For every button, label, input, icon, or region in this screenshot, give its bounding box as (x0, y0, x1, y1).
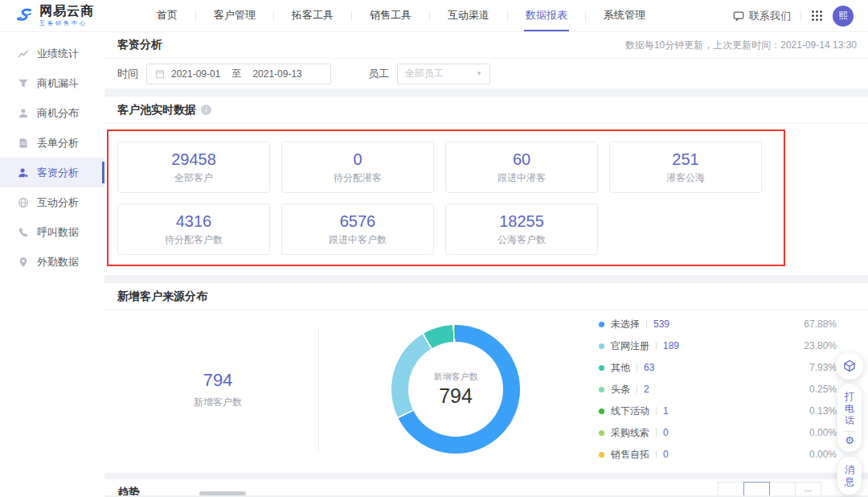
stat-card: 0待分配潜客 (281, 142, 434, 193)
page-header: 客资分析 数据每10分钟更新，上次更新时间：2021-09-14 13:30 (104, 32, 868, 59)
source-section-header: 新增客户来源分布 (104, 283, 868, 310)
employee-select[interactable]: 全部员工 ▼ (397, 64, 490, 84)
date-range-input[interactable]: 2021-09-01 至 2021-09-13 (146, 64, 331, 84)
customer-pool-title: 客户池实时数据 (117, 103, 196, 117)
stat-value: 0 (353, 150, 362, 169)
divider (637, 364, 637, 372)
sidebar-item-label: 丢单分析 (37, 136, 79, 150)
sidebar-item-label: 互动分析 (37, 195, 79, 210)
divider (800, 11, 801, 21)
update-note: 数据每10分钟更新，上次更新时间：2021-09-14 13:30 (625, 39, 857, 52)
message-button-label: 消息 (837, 464, 862, 488)
app-logo[interactable]: 网易云商 互客销售中心 (14, 5, 94, 27)
user-star-icon (18, 167, 29, 179)
product-cube-button[interactable] (836, 352, 863, 380)
toggle-button[interactable] (718, 482, 744, 495)
nav-item-5[interactable]: 数据报表 (508, 0, 585, 31)
legend-item[interactable]: 头条20.25% (599, 379, 837, 400)
sidebar-item-3[interactable]: 丢单分析 (0, 128, 104, 158)
apps-grid-icon[interactable] (811, 10, 823, 22)
nav-item-6[interactable]: 系统管理 (586, 0, 663, 31)
employee-filter-label: 员工 (368, 67, 389, 81)
stat-value: 60 (513, 150, 530, 169)
chart-toggle-group: ⋯ (718, 482, 821, 495)
avatar[interactable]: 熙 (833, 6, 854, 27)
top-nav: 网易云商 互客销售中心 首页客户管理拓客工具销售工具互动渠道数据报表系统管理 联… (0, 0, 868, 32)
main-content: 客资分析 数据每10分钟更新，上次更新时间：2021-09-14 13:30 时… (104, 32, 868, 497)
legend-label: 未选择 (611, 318, 640, 331)
stat-card: 18255公海客户数 (445, 203, 598, 255)
legend-value: 539 (653, 318, 669, 330)
message-button[interactable]: 消息 (837, 457, 862, 495)
legend-item[interactable]: 线下活动10.13% (599, 400, 837, 422)
legend-value: 0 (663, 427, 669, 438)
sidebar-item-0[interactable]: 业绩统计 (0, 39, 104, 68)
legend-value: 63 (644, 362, 654, 373)
legend-dot (599, 387, 604, 392)
sidebar-item-2[interactable]: 商机分布 (0, 98, 104, 128)
date-start: 2021-09-01 (171, 68, 220, 80)
sidebar-item-label: 外勤数据 (37, 255, 79, 269)
sidebar-item-label: 业绩统计 (37, 47, 79, 61)
sidebar-item-7[interactable]: 外勤数据 (0, 247, 104, 277)
nav-item-1[interactable]: 客户管理 (196, 0, 273, 31)
legend-item[interactable]: 其他637.93% (599, 357, 837, 379)
sidebar-item-5[interactable]: 互动分析 (0, 187, 104, 217)
stat-value: 251 (672, 150, 698, 169)
logo-text: 网易云商 互客销售中心 (39, 5, 94, 27)
total-label: 新增客户数 (117, 396, 318, 409)
legend-dot (599, 430, 604, 436)
spacer (104, 275, 868, 283)
legend-item[interactable]: 采购线索00.00% (599, 422, 837, 444)
legend-item[interactable]: 未选择53967.88% (599, 314, 837, 335)
legend-percent: 7.93% (809, 362, 837, 373)
donut-center-value: 794 (439, 384, 473, 408)
divider (646, 320, 647, 328)
contact-us-button[interactable]: 联系我们 (733, 9, 791, 23)
stat-value: 29458 (171, 150, 216, 169)
total-value: 794 (117, 370, 318, 391)
stat-label: 全部客户 (174, 171, 213, 185)
stat-label: 待分配客户数 (165, 233, 223, 247)
info-icon: i (201, 105, 211, 115)
stat-cards-grid: 29458全部客户0待分配潜客60跟进中潜客251潜客公海4316待分配客户数6… (117, 142, 776, 255)
nav-item-3[interactable]: 销售工具 (352, 0, 429, 31)
nav-item-4[interactable]: 互动渠道 (430, 0, 507, 31)
donut-chart[interactable]: 新增客户数 794 (391, 325, 520, 454)
legend-item[interactable]: 官网注册18923.80% (599, 335, 837, 357)
sidebar-item-6[interactable]: 呼叫数据 (0, 217, 104, 247)
stat-label: 待分配潜客 (334, 171, 382, 185)
toggle-button[interactable]: ⋯ (795, 482, 821, 495)
nav-item-0[interactable]: 首页 (139, 0, 195, 31)
toggle-button[interactable] (769, 482, 796, 495)
gear-icon[interactable]: ⚙ (845, 435, 854, 446)
cube-icon (843, 359, 856, 372)
chevron-down-icon: ▼ (476, 70, 482, 77)
horizontal-scrollbar-thumb[interactable] (199, 491, 246, 495)
customer-pool-section: 客户池实时数据 i 29458全部客户0待分配潜客60跟进中潜客251潜客公海4… (104, 97, 868, 275)
legend-label: 销售自拓 (611, 448, 649, 462)
date-separator: 至 (231, 67, 241, 80)
stat-card: 4316待分配客户数 (117, 203, 270, 255)
nav-item-2[interactable]: 拓客工具 (274, 0, 351, 31)
legend-percent: 67.88% (804, 318, 837, 330)
main-menu: 首页客户管理拓客工具销售工具互动渠道数据报表系统管理 (139, 0, 663, 31)
legend-percent: 0.13% (809, 405, 837, 417)
legend-dot (599, 322, 604, 327)
legend-label: 其他 (611, 361, 630, 375)
stat-label: 跟进中客户数 (329, 233, 387, 247)
sidebar-item-1[interactable]: 商机漏斗 (0, 68, 104, 98)
sidebar-item-4[interactable]: 客资分析 (0, 158, 104, 187)
source-section-title: 新增客户来源分布 (117, 290, 207, 304)
stat-card: 29458全部客户 (117, 142, 270, 193)
spacer (104, 88, 868, 97)
legend-item[interactable]: 销售自拓00.00% (599, 444, 837, 466)
funnel-icon (18, 78, 29, 89)
employee-select-value: 全部员工 (405, 67, 444, 80)
brand-icon (14, 6, 34, 26)
sidebar-item-label: 呼叫数据 (37, 225, 79, 240)
call-button[interactable]: 打电话 ⚙ (837, 384, 862, 452)
legend-percent: 23.80% (804, 340, 837, 351)
toggle-button-active[interactable] (743, 482, 770, 495)
calendar-icon (155, 69, 165, 79)
